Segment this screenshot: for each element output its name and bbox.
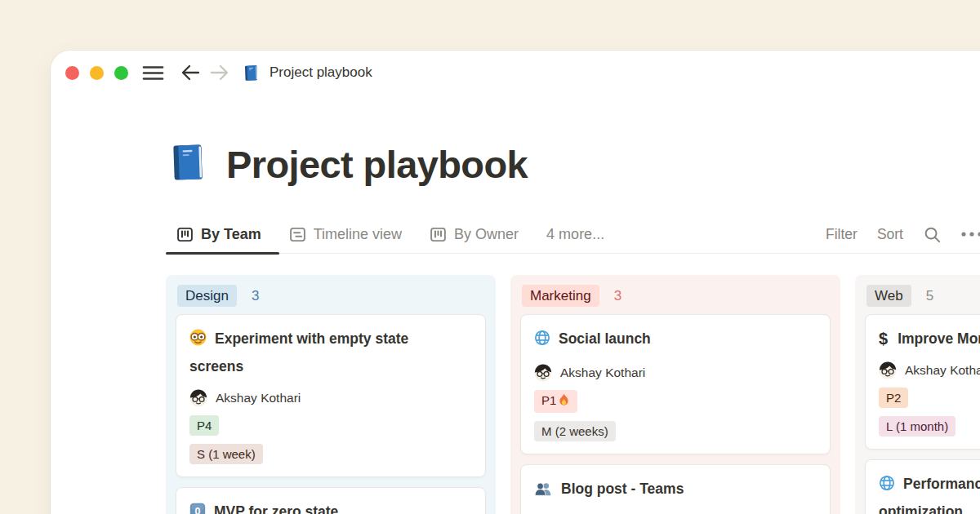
globe-icon <box>879 474 895 499</box>
card-title: 0 MVP for zero state <box>189 499 472 514</box>
keycap-zero-icon: 0 <box>189 502 206 514</box>
size-tag: S (1 week) <box>189 444 263 464</box>
globe-icon <box>534 329 550 354</box>
tab-by-team[interactable]: By Team <box>176 226 261 243</box>
kanban-card[interactable]: 0 MVP for zero state <box>176 487 486 514</box>
tab-timeline-view[interactable]: Timeline view <box>289 226 402 243</box>
board-view-icon <box>176 226 194 243</box>
fire-icon <box>558 393 570 411</box>
card-title: Social launch <box>534 326 817 354</box>
assignee-row: Akshay Kothari <box>879 361 980 379</box>
size-tag: L (1 month) <box>879 416 956 436</box>
close-window-button[interactable] <box>65 66 79 80</box>
timeline-view-icon <box>289 226 306 243</box>
dollar-icon: $ <box>879 330 888 348</box>
kanban-board: Design 3 Experiment with empty state scr… <box>166 275 980 514</box>
avatar-akshay-kothari <box>534 364 552 382</box>
column-count: 3 <box>252 288 259 304</box>
active-tab-underline <box>166 252 279 255</box>
tab-more-views[interactable]: 4 more... <box>546 226 604 243</box>
tab-by-owner[interactable]: By Owner <box>430 226 519 243</box>
card-title: Blog post - Teams <box>534 476 817 504</box>
assignee-name: Akshay Kothari <box>560 366 645 380</box>
board-column-marketing: Marketing 3 Social launch Akshay Kothari… <box>510 275 840 514</box>
assignee-row: Akshay Kothari <box>534 364 817 382</box>
page-title-book-icon[interactable] <box>166 140 210 188</box>
svg-text:0: 0 <box>195 506 201 514</box>
back-arrow-icon[interactable] <box>180 64 201 82</box>
column-tag-design[interactable]: Design <box>177 285 237 307</box>
kanban-card[interactable]: Performance optimization <box>865 459 980 514</box>
assignee-name: Akshay Kothari <box>905 363 980 378</box>
window-titlebar: Project playbook <box>51 51 980 95</box>
minimize-window-button[interactable] <box>90 66 104 80</box>
column-count: 3 <box>614 288 621 304</box>
view-tabs-bar: By Team Timeline view By Owner 4 more...… <box>166 215 980 254</box>
blue-book-icon <box>242 64 261 82</box>
tab-label: By Owner <box>454 226 519 243</box>
column-tag-web[interactable]: Web <box>866 285 911 307</box>
board-column-design: Design 3 Experiment with empty state scr… <box>166 275 496 514</box>
nerd-face-icon <box>189 329 207 354</box>
card-title: $Improve Monetization <box>879 326 980 352</box>
avatar-akshay-kothari <box>879 361 897 379</box>
column-header: Marketing 3 <box>520 283 831 314</box>
titlebar-page-title[interactable]: Project playbook <box>270 64 372 81</box>
kanban-card[interactable]: $Improve Monetization Akshay Kothari P2 … <box>865 314 980 450</box>
tab-label: 4 more... <box>546 226 604 243</box>
board-column-web: Web 5 $Improve Monetization Akshay Kotha… <box>855 275 980 514</box>
page-title[interactable]: Project playbook <box>226 142 528 187</box>
page-header: Project playbook <box>166 140 980 188</box>
board-view-icon <box>430 226 447 243</box>
priority-tag: P2 <box>879 388 908 408</box>
column-count: 5 <box>926 288 933 304</box>
avatar-akshay-kothari <box>189 389 207 407</box>
tab-label: By Team <box>201 226 261 243</box>
sort-button[interactable]: Sort <box>877 226 903 243</box>
priority-tag: P1 <box>534 390 577 413</box>
traffic-lights <box>65 66 128 80</box>
app-window: Project playbook Project playbook By Tea… <box>51 51 980 514</box>
kanban-card[interactable]: Blog post - Teams Eva Zhang <box>520 464 831 514</box>
column-tag-marketing[interactable]: Marketing <box>522 285 599 307</box>
priority-tag: P4 <box>189 415 219 436</box>
assignee-row: Akshay Kothari <box>189 389 472 407</box>
filter-button[interactable]: Filter <box>826 226 858 243</box>
size-tag: M (2 weeks) <box>534 421 616 441</box>
kanban-card[interactable]: Social launch Akshay Kothari P1 M (2 wee… <box>520 314 831 454</box>
card-title: Experiment with empty state screens <box>189 326 472 379</box>
ellipsis-icon[interactable] <box>961 232 980 237</box>
column-header: Design 3 <box>176 283 486 314</box>
assignee-name: Akshay Kothari <box>216 391 301 405</box>
magnifier-icon[interactable] <box>923 225 942 244</box>
column-header: Web 5 <box>865 283 980 314</box>
card-title: Performance optimization <box>879 472 980 514</box>
busts-icon <box>534 479 553 504</box>
tab-label: Timeline view <box>314 226 402 243</box>
zoom-window-button[interactable] <box>114 66 128 80</box>
kanban-card[interactable]: Experiment with empty state screens Aksh… <box>176 314 486 477</box>
menu-icon[interactable] <box>142 64 164 82</box>
forward-arrow-icon[interactable] <box>209 64 229 82</box>
